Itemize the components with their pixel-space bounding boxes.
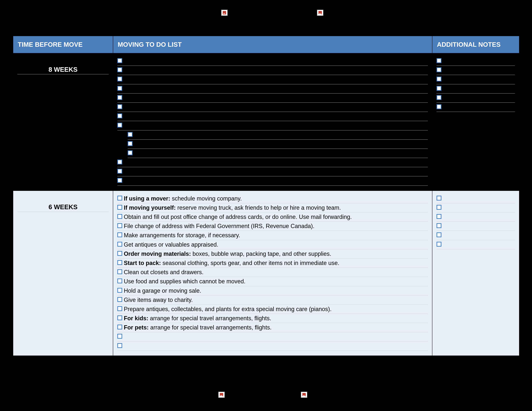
checkbox-icon[interactable] [117, 242, 122, 247]
checkbox-icon[interactable] [117, 233, 122, 237]
task-text: Start to pack: seasonal clothing, sports… [124, 259, 339, 267]
task-text: Compile legal records: use safety deposi… [124, 75, 268, 84]
checkbox-icon[interactable] [117, 297, 122, 302]
checkbox-icon[interactable] [117, 288, 122, 293]
checkbox-icon[interactable] [437, 86, 441, 91]
task-text: Compile financial documents: bank and in… [124, 66, 281, 75]
checkbox-icon[interactable] [117, 343, 122, 348]
checkbox-icon[interactable] [117, 95, 122, 100]
note-text [443, 213, 445, 221]
checkbox-icon[interactable] [117, 123, 122, 128]
checkbox-icon[interactable] [437, 223, 441, 228]
note-item [437, 231, 515, 240]
task-item [117, 167, 428, 176]
broken-image-icon [317, 10, 323, 16]
checkbox-icon[interactable] [117, 260, 122, 265]
task-text: Order moving materials: boxes, bubble wr… [124, 250, 331, 258]
checkbox-icon[interactable] [117, 86, 122, 91]
note-item [437, 75, 515, 84]
note-item [437, 222, 515, 231]
note-text [443, 194, 445, 203]
checkbox-icon[interactable] [117, 104, 122, 109]
checkbox-icon[interactable] [117, 279, 122, 283]
checkbox-icon[interactable] [437, 233, 441, 237]
task-item: Sell: garage sales, auctions, craigslist… [128, 131, 428, 140]
checkbox-icon[interactable] [437, 104, 441, 109]
note-text [443, 94, 445, 102]
checkbox-icon[interactable] [117, 205, 122, 210]
note-item [437, 203, 515, 212]
task-text: Give away to friends or neighbors. [134, 149, 222, 158]
checkbox-icon[interactable] [437, 242, 441, 247]
task-item: Order moving materials: boxes, bubble wr… [117, 249, 428, 259]
checkbox-icon[interactable] [117, 325, 122, 329]
checkbox-icon[interactable] [117, 58, 122, 63]
task-item: Use food and supplies which cannot be mo… [117, 277, 428, 286]
checkbox-icon[interactable] [117, 223, 122, 228]
note-item [437, 212, 515, 222]
task-item: For kids: arrange for special travel arr… [117, 314, 428, 323]
task-item: Get antiques or valuables appraised. [117, 240, 428, 249]
task-text [124, 333, 125, 341]
note-text [443, 222, 445, 230]
checkbox-icon[interactable] [437, 214, 441, 219]
task-text: Get antiques or valuables appraised. [124, 241, 218, 249]
task-text: Sell: garage sales, auctions, craigslist… [134, 131, 248, 139]
checkbox-icon[interactable] [128, 150, 133, 155]
checkbox-icon[interactable] [128, 132, 133, 137]
checkbox-icon[interactable] [117, 214, 122, 219]
task-item: Compile records for pets: vaccinations, … [117, 84, 428, 93]
task-text: For kids: un-enroll from current school … [124, 103, 289, 111]
tasks-cell: Compile all documents: dental, medical, … [113, 53, 432, 191]
period-cell: 6 WEEKS [13, 191, 113, 356]
checkbox-icon[interactable] [117, 269, 122, 274]
checkbox-icon[interactable] [117, 159, 122, 164]
note-text [443, 103, 445, 111]
task-item: If using a mover: schedule moving compan… [117, 194, 428, 203]
note-text [443, 75, 445, 84]
task-text: For pets: arrange for special travel arr… [124, 323, 272, 332]
note-item [437, 56, 515, 66]
task-item: Hold a garage or moving sale. [117, 286, 428, 295]
checkbox-icon[interactable] [437, 196, 441, 200]
task-item: Make arrangements for storage, if necess… [117, 231, 428, 240]
checklist-table-wrap: TIME BEFORE MOVE MOVING TO DO LIST ADDIT… [13, 36, 519, 356]
checkbox-icon[interactable] [117, 178, 122, 183]
note-item [437, 194, 515, 203]
checkbox-icon[interactable] [117, 334, 122, 339]
task-item: Get moving estimates from storage facili… [117, 158, 428, 167]
period-label: 8 WEEKS [17, 58, 109, 73]
broken-image-icon [221, 10, 228, 16]
task-text: Get moving estimates from storage facili… [124, 158, 340, 167]
task-text: Research new neighborhood: local doctor,… [124, 112, 343, 121]
task-item: Donate: Goodwill, Salvation Army, freecy… [128, 140, 428, 149]
note-text [443, 57, 445, 65]
checkbox-icon[interactable] [128, 141, 133, 146]
checkbox-icon[interactable] [437, 95, 441, 100]
checkbox-icon[interactable] [117, 251, 122, 256]
checkbox-icon[interactable] [117, 169, 122, 174]
checkbox-icon[interactable] [437, 205, 441, 210]
checkbox-icon[interactable] [437, 58, 441, 63]
checkbox-icon[interactable] [117, 196, 122, 200]
checkbox-icon[interactable] [117, 306, 122, 311]
checkbox-icon[interactable] [117, 315, 122, 320]
notes-cell [432, 191, 519, 356]
checkbox-icon[interactable] [117, 113, 122, 118]
broken-image-icon [218, 392, 225, 398]
checkbox-icon[interactable] [117, 76, 122, 81]
task-item [117, 342, 428, 351]
checkbox-icon[interactable] [437, 76, 441, 81]
task-item: Compile legal records: use safety deposi… [117, 75, 428, 84]
task-item: Compile all documents: dental, medical, … [117, 56, 428, 66]
task-item: Clean out closets and drawers. [117, 268, 428, 277]
checkbox-icon[interactable] [117, 67, 122, 72]
note-text [443, 85, 445, 93]
notes-list [437, 194, 515, 249]
task-text: Get rid of large items you do not want o… [124, 121, 252, 130]
task-item: Compile records for kids: school records… [117, 93, 428, 103]
task-text: If moving yourself: reserve moving truck… [124, 204, 341, 212]
broken-image-icon [301, 392, 307, 398]
page: TIME BEFORE MOVE MOVING TO DO LIST ADDIT… [0, 0, 532, 411]
checkbox-icon[interactable] [437, 67, 441, 72]
